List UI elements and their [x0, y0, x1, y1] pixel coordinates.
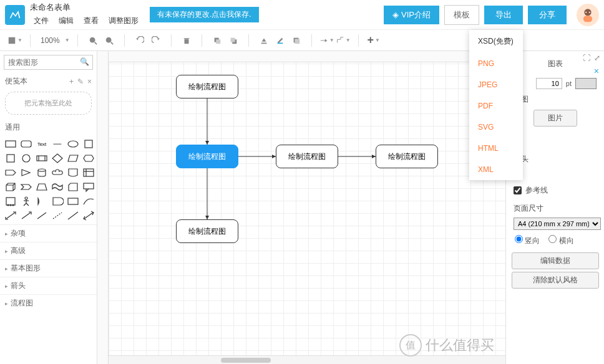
search-icon[interactable]: 🔍 — [80, 57, 89, 66]
flow-node[interactable]: 绘制流程图 — [376, 145, 438, 168]
clear-style-button[interactable]: 清除默认风格 — [512, 272, 599, 289]
menu-edit[interactable]: 编辑 — [55, 14, 77, 27]
shape-arrow-bi[interactable] — [4, 209, 17, 222]
menu-file[interactable]: 文件 — [30, 14, 52, 27]
category-arrows[interactable]: 箭头 — [0, 277, 97, 294]
undo-icon[interactable] — [132, 33, 147, 48]
shape-textbox[interactable]: ═══ — [51, 138, 64, 150]
zoom-in-icon[interactable] — [85, 33, 100, 48]
expand-icon[interactable]: ⤢ — [594, 54, 600, 62]
shape-tape[interactable] — [51, 181, 64, 193]
menu-view[interactable]: 查看 — [80, 14, 102, 27]
shape-square2[interactable] — [4, 152, 17, 165]
fill-color-icon[interactable] — [256, 33, 271, 48]
shape-trapezoid[interactable] — [35, 181, 49, 193]
waypoint-icon[interactable]: ▼ — [336, 33, 351, 48]
shape-triangle[interactable] — [19, 166, 33, 179]
general-header[interactable]: 通用 — [5, 122, 20, 133]
scratchpad-header[interactable]: 便笺本 — [5, 76, 27, 87]
export-option-png[interactable]: PNG — [469, 53, 523, 74]
shape-cube[interactable] — [4, 181, 17, 193]
zoom-out-icon[interactable] — [102, 33, 117, 48]
shape-line[interactable] — [35, 209, 49, 222]
shape-step[interactable] — [19, 181, 33, 193]
app-logo[interactable] — [5, 5, 25, 25]
shape-bidir[interactable] — [82, 209, 95, 222]
user-avatar[interactable] — [577, 4, 599, 26]
shape-curve1[interactable] — [82, 195, 95, 208]
guides-checkbox[interactable] — [514, 186, 522, 194]
export-option-jpeg[interactable]: JPEG — [469, 74, 523, 95]
shape-roundrect[interactable] — [19, 138, 33, 150]
connection-icon[interactable]: ▼ — [319, 33, 334, 48]
shape-rect3[interactable] — [66, 195, 80, 208]
export-option-xml[interactable]: XML — [469, 159, 523, 180]
flow-node-active[interactable]: 绘制流程图 — [176, 145, 238, 168]
template-button[interactable]: 模板 — [444, 5, 479, 25]
shadow-icon[interactable] — [289, 33, 304, 48]
shape-actor[interactable] — [19, 195, 33, 208]
close-icon[interactable]: × — [87, 77, 92, 86]
horizontal-scrollbar[interactable] — [109, 355, 505, 364]
page-size-select[interactable]: A4 (210 mm x 297 mm) — [514, 218, 601, 230]
shape-line2[interactable] — [66, 209, 80, 222]
category-advanced[interactable]: 高级 — [0, 242, 97, 259]
shape-parallelogram[interactable] — [66, 152, 80, 165]
shape-dashed[interactable] — [51, 209, 64, 222]
page-view-icon[interactable]: ▼ — [7, 33, 22, 48]
canvas-area[interactable]: 绘制流程图 绘制流程图 绘制流程图 绘制流程图 绘制流程图 值 什么值得买 — [97, 51, 505, 364]
scratchpad-dropzone[interactable]: 把元素拖至此处 — [5, 92, 92, 115]
vip-button[interactable]: ◈ VIP介绍 — [384, 6, 439, 24]
flow-node[interactable]: 绘制流程图 — [276, 145, 338, 168]
edit-icon[interactable]: ✎ — [77, 77, 84, 86]
shape-pentagon[interactable] — [4, 166, 17, 179]
grid-size-input[interactable] — [536, 78, 562, 89]
category-flowchart[interactable]: 流程图 — [0, 294, 97, 312]
export-option-xsd[interactable]: XSD(免费) — [469, 30, 523, 53]
fullscreen-icon[interactable]: ⛶ — [583, 54, 590, 62]
to-back-icon[interactable] — [226, 33, 241, 48]
menu-adjust[interactable]: 调整图形 — [105, 14, 142, 27]
category-misc[interactable]: 杂项 — [0, 224, 97, 242]
shape-callout[interactable] — [82, 181, 95, 193]
shape-card[interactable] — [66, 181, 80, 193]
shape-internal[interactable] — [82, 166, 95, 179]
shape-circle[interactable] — [19, 152, 33, 165]
shape-square[interactable] — [82, 138, 95, 150]
shape-document[interactable] — [66, 166, 80, 179]
flow-node[interactable]: 绘制流程图 — [176, 75, 238, 98]
shape-or[interactable] — [51, 195, 64, 208]
shape-hexagon[interactable] — [82, 152, 95, 165]
category-basic[interactable]: 基本图形 — [0, 259, 97, 277]
flow-node[interactable]: 绘制流程图 — [176, 219, 238, 243]
shape-halfcircle[interactable] — [35, 195, 49, 208]
delete-icon[interactable] — [179, 33, 194, 48]
zoom-level[interactable]: 100% — [38, 36, 62, 45]
portrait-radio[interactable]: 竖向 — [515, 235, 540, 246]
export-button[interactable]: 导出 — [484, 6, 523, 24]
landscape-radio[interactable]: 横向 — [548, 235, 573, 246]
shape-cylinder[interactable] — [35, 166, 49, 179]
insert-icon[interactable]: +▼ — [366, 33, 381, 48]
shape-process[interactable] — [35, 152, 49, 165]
shape-diamond[interactable] — [51, 152, 64, 165]
export-option-html[interactable]: HTML — [469, 138, 523, 159]
shape-arrow[interactable] — [19, 209, 33, 222]
unsaved-banner[interactable]: 有未保存的更改.点击我保存. — [150, 7, 259, 22]
shape-ellipse[interactable] — [66, 138, 80, 150]
shape-note[interactable] — [4, 195, 17, 208]
document-title[interactable]: 未命名表单 — [30, 2, 142, 13]
background-color-swatch[interactable] — [575, 78, 597, 89]
panel-close-icon[interactable]: × — [594, 66, 599, 76]
line-color-icon[interactable] — [273, 33, 288, 48]
export-option-svg[interactable]: SVG — [469, 117, 523, 138]
to-front-icon[interactable] — [210, 33, 225, 48]
export-option-pdf[interactable]: PDF — [469, 95, 523, 117]
add-icon[interactable]: + — [69, 77, 74, 86]
shape-cloud[interactable] — [51, 166, 64, 179]
image-button[interactable]: 图片 — [533, 110, 577, 127]
shape-rect[interactable] — [4, 138, 17, 150]
shape-text[interactable]: Text — [35, 138, 49, 150]
redo-icon[interactable] — [149, 33, 163, 48]
canvas[interactable]: 绘制流程图 绘制流程图 绘制流程图 绘制流程图 绘制流程图 — [109, 51, 505, 364]
